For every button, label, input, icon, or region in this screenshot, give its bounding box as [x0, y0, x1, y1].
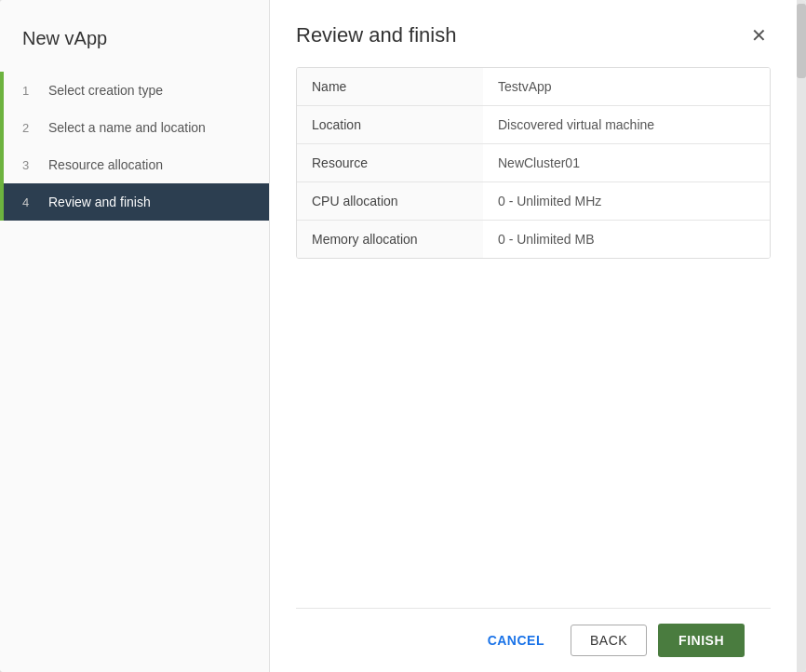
new-vapp-dialog: New vApp 1 Select creation type 2 Select…: [0, 0, 806, 672]
dialog-footer: CANCEL BACK FINISH: [296, 608, 771, 672]
value-name: TestvApp: [483, 68, 770, 105]
main-title: Review and finish: [296, 23, 456, 47]
step-2-label: Select a name and location: [48, 120, 206, 135]
table-row-name: Name TestvApp: [297, 68, 770, 106]
table-row-resource: Resource NewCluster01: [297, 144, 770, 182]
finish-button[interactable]: FINISH: [658, 624, 745, 657]
main-scroll-area: Name TestvApp Location Discovered virtua…: [296, 67, 771, 608]
label-memory: Memory allocation: [297, 221, 483, 258]
step-2-indicator: [0, 109, 4, 146]
step-4-indicator: [0, 183, 4, 221]
dialog-body: New vApp 1 Select creation type 2 Select…: [0, 0, 806, 672]
main-content: Review and finish ✕ Name TestvApp: [270, 0, 797, 672]
label-cpu: CPU allocation: [297, 182, 483, 220]
right-scrollbar[interactable]: [797, 0, 806, 672]
step-3-indicator: [0, 146, 4, 183]
step-1-indicator: [0, 72, 4, 109]
sidebar-step-4[interactable]: 4 Review and finish: [0, 183, 269, 221]
main-header: Review and finish ✕: [296, 22, 771, 48]
step-3-number: 3: [22, 158, 37, 172]
close-icon: ✕: [751, 25, 767, 46]
step-1-label: Select creation type: [48, 83, 163, 98]
value-memory: 0 - Unlimited MB: [483, 221, 770, 258]
value-cpu: 0 - Unlimited MHz: [483, 182, 770, 220]
value-location: Discovered virtual machine: [483, 106, 770, 143]
table-row-location: Location Discovered virtual machine: [297, 106, 770, 144]
main-and-scroll-container: Review and finish ✕ Name TestvApp: [270, 0, 806, 672]
sidebar-title: New vApp: [0, 19, 269, 72]
close-button[interactable]: ✕: [747, 22, 771, 48]
back-button[interactable]: BACK: [571, 625, 647, 656]
scrollbar-thumb[interactable]: [797, 4, 806, 78]
sidebar-step-1[interactable]: 1 Select creation type: [0, 72, 269, 109]
review-table: Name TestvApp Location Discovered virtua…: [296, 67, 771, 259]
sidebar-step-2[interactable]: 2 Select a name and location: [0, 109, 269, 146]
step-4-label: Review and finish: [48, 195, 151, 209]
table-row-memory: Memory allocation 0 - Unlimited MB: [297, 221, 770, 258]
step-3-label: Resource allocation: [48, 157, 163, 172]
step-2-number: 2: [22, 121, 37, 135]
label-resource: Resource: [297, 144, 483, 181]
sidebar: New vApp 1 Select creation type 2 Select…: [0, 0, 270, 672]
table-row-cpu: CPU allocation 0 - Unlimited MHz: [297, 182, 770, 221]
label-location: Location: [297, 106, 483, 143]
value-resource: NewCluster01: [483, 144, 770, 181]
step-1-number: 1: [22, 84, 37, 98]
step-4-number: 4: [22, 195, 37, 209]
label-name: Name: [297, 68, 483, 105]
cancel-button[interactable]: CANCEL: [473, 624, 559, 657]
sidebar-steps: 1 Select creation type 2 Select a name a…: [0, 72, 269, 221]
sidebar-step-3[interactable]: 3 Resource allocation: [0, 146, 269, 183]
